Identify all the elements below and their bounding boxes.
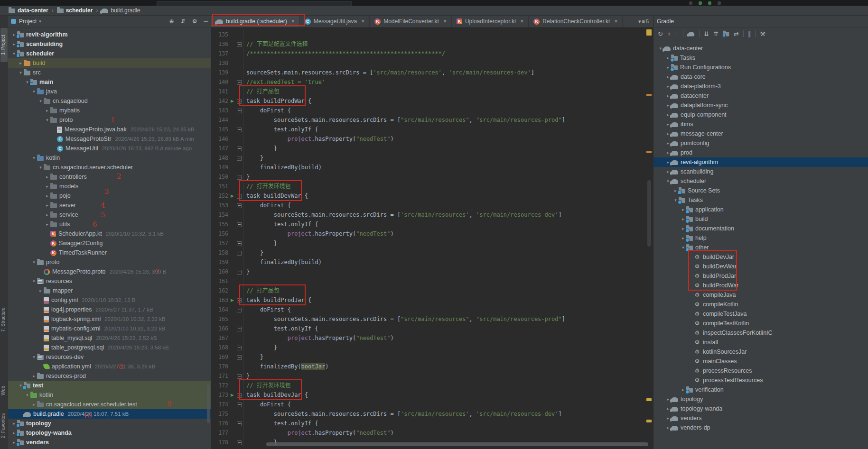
- gradle-tree-row[interactable]: ▸revit-algorithm: [653, 157, 868, 167]
- project-tree-row[interactable]: ▾kotlin: [8, 390, 211, 400]
- build-settings-icon[interactable]: ⚒: [760, 30, 765, 37]
- code-editor[interactable]: 135136// 下面是配置文件选择137/******************…: [211, 27, 653, 449]
- breadcrumb-item[interactable]: scheduler: [57, 7, 93, 14]
- project-tree-row[interactable]: ▾java: [8, 87, 211, 96]
- gradle-tree-row[interactable]: ▸data-platform-3: [653, 82, 868, 91]
- fold-marker-icon[interactable]: [237, 222, 242, 227]
- fold-marker-icon[interactable]: [237, 403, 242, 407]
- project-tree-row[interactable]: mybatis-config.xml2020/1/10 10:32, 3.22 …: [8, 324, 211, 333]
- fold-marker-icon[interactable]: [237, 109, 242, 113]
- chevron-expanded-icon[interactable]: ▾: [31, 156, 37, 160]
- project-tree-row[interactable]: ▸server: [8, 201, 211, 210]
- gradle-tree-row[interactable]: ⚙install: [653, 338, 868, 347]
- project-scrollbar[interactable]: [207, 385, 210, 423]
- chevron-collapsed-icon[interactable]: ▸: [44, 174, 50, 179]
- chevron-down-icon[interactable]: ▾: [39, 19, 41, 24]
- project-tree-row[interactable]: CMessageUtil2020/4/26 15:23, 992 B A min…: [8, 144, 211, 153]
- chevron-expanded-icon[interactable]: ▾: [37, 165, 44, 170]
- project-tree-row[interactable]: ▸build: [8, 58, 211, 68]
- project-tree-row[interactable]: ▾proto: [8, 115, 211, 125]
- run-task-icon[interactable]: ▶: [231, 96, 234, 106]
- project-tree-row[interactable]: ▸topology-wanda: [8, 428, 211, 438]
- project-tree-row[interactable]: ▸revit-algorithm: [8, 30, 211, 39]
- gradle-tree-row[interactable]: ▸equip-component: [653, 110, 868, 119]
- gradle-tree-row[interactable]: ▾data-center: [653, 44, 868, 53]
- gradle-tree-row[interactable]: ⚙compileKotlin: [653, 300, 868, 309]
- remove-icon[interactable]: −: [675, 30, 679, 37]
- gradle-tree-row[interactable]: ▸data-core: [653, 72, 868, 82]
- gradle-tree-row[interactable]: ▸documentation: [653, 224, 868, 233]
- gradle-tree-row[interactable]: ▸datacenter: [653, 91, 868, 101]
- gradle-tree-row[interactable]: ▸dataplatform-sync: [653, 101, 868, 110]
- gradle-tree-row[interactable]: ▸pointconfig: [653, 138, 868, 148]
- gradle-tree-row[interactable]: ▸topology: [653, 394, 868, 404]
- fold-marker-icon[interactable]: [237, 175, 242, 180]
- gradle-tree-row[interactable]: ▸ibms: [653, 119, 868, 129]
- breadcrumb-item[interactable]: build.gradle: [101, 7, 140, 14]
- chevron-collapsed-icon[interactable]: ▸: [44, 184, 50, 189]
- locate-icon[interactable]: ⊕: [169, 18, 174, 25]
- collapse-all-icon[interactable]: ⇈: [713, 30, 719, 37]
- stripe-item-favorites[interactable]: 2: Favorites: [0, 403, 8, 448]
- gradle-tree-row[interactable]: ⚙buildProdJar: [653, 271, 868, 281]
- project-tree-row[interactable]: ▸mybatis: [8, 106, 211, 115]
- project-tree-row[interactable]: ▾main: [8, 77, 211, 87]
- close-icon[interactable]: ×: [291, 18, 295, 25]
- project-tree-row[interactable]: ▾test: [8, 381, 211, 390]
- project-tree-row[interactable]: table_postgresql.sql2020/4/26 15:23, 3.5…: [8, 343, 211, 352]
- fold-marker-icon[interactable]: [237, 42, 242, 47]
- project-tree-row[interactable]: ▸utils: [8, 220, 211, 229]
- gradle-tree-row[interactable]: ⚙buildDevJar: [653, 252, 868, 262]
- chevron-expanded-icon[interactable]: ▾: [31, 260, 37, 265]
- project-tree-row[interactable]: ▾kotlin: [8, 153, 211, 163]
- gradle-tree-row[interactable]: ▸venders-dp: [653, 423, 868, 432]
- fold-marker-icon[interactable]: [237, 128, 242, 132]
- chevron-collapsed-icon[interactable]: ▸: [18, 61, 24, 65]
- stripe-item-project[interactable]: 1: Project: [0, 28, 8, 62]
- close-icon[interactable]: ×: [520, 18, 523, 25]
- project-tree-row[interactable]: ▸resources-prod: [8, 371, 211, 381]
- fold-marker-icon[interactable]: [237, 80, 242, 85]
- project-tree-row[interactable]: log4j.properties2020/5/27 11:37, 1.7 kB: [8, 305, 211, 314]
- editor-tab[interactable]: KModelFileConverter.kt×: [370, 16, 452, 27]
- chevron-collapsed-icon[interactable]: ▸: [37, 288, 44, 293]
- fold-marker-icon[interactable]: [237, 393, 242, 398]
- close-icon[interactable]: ×: [443, 18, 447, 25]
- gradle-tree-row[interactable]: ▸prod: [653, 148, 868, 157]
- gradle-tree-row[interactable]: ⚙inspectClassesForKotlinIC: [653, 328, 868, 338]
- gradle-tree-row[interactable]: ▸scanbuilding: [653, 167, 868, 176]
- project-tree-row[interactable]: ▸venders: [8, 438, 211, 447]
- vertical-scrollbar[interactable]: [647, 180, 651, 247]
- project-tree-row[interactable]: ▸topology: [8, 419, 211, 428]
- refresh-icon[interactable]: ↻: [658, 30, 663, 37]
- gradle-tree-row[interactable]: ▸topology-wanda: [653, 404, 868, 413]
- add-icon[interactable]: +: [667, 30, 671, 37]
- chevron-collapsed-icon[interactable]: ▸: [44, 193, 50, 198]
- project-tree-row[interactable]: ▸pojo: [8, 191, 211, 201]
- gradle-tree-row[interactable]: ▸venders: [653, 413, 868, 423]
- gradle-tree-row[interactable]: ⚙mainClasses: [653, 357, 868, 366]
- chevron-expanded-icon[interactable]: ▾: [31, 355, 37, 359]
- project-tree-row[interactable]: CMessageProtoStr2020/4/26 15:23, 26.89 k…: [8, 134, 211, 144]
- chevron-expanded-icon[interactable]: ▾: [37, 99, 44, 103]
- project-tree-row[interactable]: MessageProto.java.bak2020/4/26 15:23, 24…: [8, 125, 211, 134]
- project-tree-row[interactable]: build.gradle2020/4/26 16:07, 7.51 kB: [8, 409, 211, 419]
- stripe-item-web[interactable]: Web: [0, 380, 8, 402]
- gradle-tree-row[interactable]: ▸Run Configurations: [653, 63, 868, 72]
- settings-icon[interactable]: ⚙: [192, 18, 197, 25]
- project-tree-row[interactable]: KTimedTaskRunner: [8, 248, 211, 257]
- hide-icon[interactable]: ─: [204, 18, 208, 25]
- chevron-expanded-icon[interactable]: ▾: [31, 89, 37, 94]
- gradle-tree-row[interactable]: ⚙compileTestKotlin: [653, 319, 868, 328]
- project-tree-row[interactable]: table_mysql.sql2020/4/26 15:23, 2.52 kB: [8, 333, 211, 343]
- gradle-tree-row[interactable]: ▾Tasks: [653, 195, 868, 205]
- close-icon[interactable]: ×: [614, 18, 617, 25]
- project-tree-row[interactable]: ▾cn.sagacloud: [8, 96, 211, 106]
- fold-marker-icon[interactable]: [237, 203, 242, 208]
- project-tree-row[interactable]: application.yml2020/5/27 11:35, 3.26 kB: [8, 362, 211, 371]
- fold-marker-icon[interactable]: [237, 270, 242, 275]
- chevron-expanded-icon[interactable]: ▾: [31, 279, 37, 284]
- breadcrumb-item[interactable]: data-center: [9, 7, 48, 14]
- project-tree-row[interactable]: ▸cn.sagacloud.server.scheduler.test: [8, 400, 211, 409]
- gradle-tree-row[interactable]: ▸build: [653, 214, 868, 224]
